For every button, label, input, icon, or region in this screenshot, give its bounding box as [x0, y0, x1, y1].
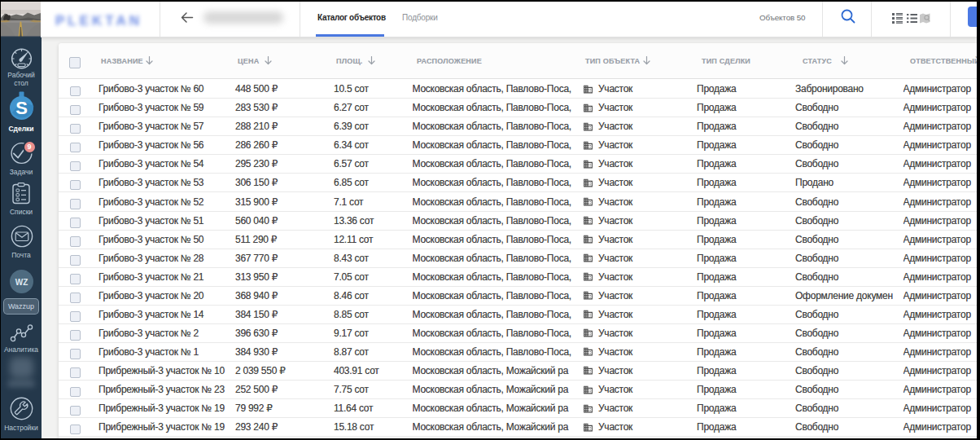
svg-text:WZ: WZ: [15, 278, 28, 287]
svg-text:S: S: [15, 98, 28, 118]
